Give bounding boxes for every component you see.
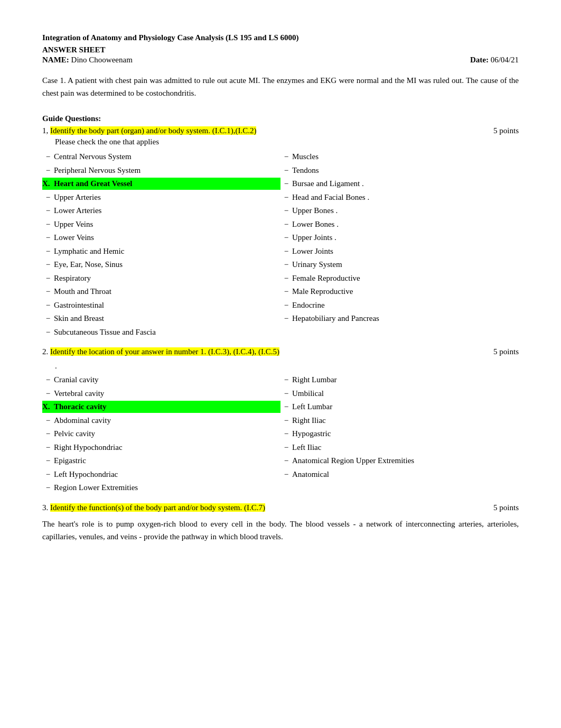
list-text: Hypogastric bbox=[292, 428, 331, 440]
list-marker: − bbox=[42, 285, 54, 298]
list-item: −Bursae and Ligament . bbox=[280, 178, 519, 190]
list-item: X.Thoracic cavity bbox=[42, 401, 280, 413]
q2-points: 5 points bbox=[493, 347, 519, 356]
list-marker: − bbox=[280, 191, 292, 204]
list-text: Lymphatic and Hemic bbox=[54, 245, 124, 257]
list-text: Pelvic cavity bbox=[54, 428, 95, 440]
q1-text: 1, Identify the body part (organ) and/or… bbox=[42, 126, 488, 135]
list-text: Eye, Ear, Nose, Sinus bbox=[54, 259, 123, 271]
list-text: Thoracic cavity bbox=[54, 401, 107, 413]
list-text: Subcutaneous Tissue and Fascia bbox=[54, 326, 156, 338]
q3-text: 3. Identify the function(s) of the body … bbox=[42, 503, 488, 512]
list-item: −Subcutaneous Tissue and Fascia bbox=[42, 326, 280, 338]
list-marker: − bbox=[280, 299, 292, 311]
list-text: Lower Bones . bbox=[292, 218, 339, 231]
list-text: Upper Arteries bbox=[54, 191, 101, 204]
list-item: −Muscles bbox=[280, 151, 519, 163]
list-item: −Lower Bones . bbox=[280, 218, 519, 231]
list-marker: − bbox=[42, 441, 54, 454]
list-item: −Epigastric bbox=[42, 455, 280, 467]
list-marker: − bbox=[42, 388, 54, 400]
list-text: Abdominal cavity bbox=[54, 414, 111, 427]
list-item: −Upper Bones . bbox=[280, 205, 519, 217]
answer-text: The heart's role is to pump oxygen-rich … bbox=[42, 518, 519, 544]
list-marker: − bbox=[42, 151, 54, 163]
list-marker: − bbox=[280, 312, 292, 325]
list-marker: − bbox=[280, 285, 292, 298]
list-text: Urinary System bbox=[292, 259, 342, 271]
list-item: −Upper Veins bbox=[42, 218, 280, 231]
list-text: Endocrine bbox=[292, 299, 325, 311]
header-title: Integration of Anatomy and Physiology Ca… bbox=[42, 32, 519, 56]
list-marker: − bbox=[280, 414, 292, 427]
list-item: −Lower Veins bbox=[42, 232, 280, 244]
guide-questions-title: Guide Questions: bbox=[42, 114, 519, 123]
list-marker: − bbox=[280, 259, 292, 271]
q1-points: 5 points bbox=[493, 126, 519, 135]
header-section: Integration of Anatomy and Physiology Ca… bbox=[42, 32, 519, 64]
name-date-row: NAME: Dino Chooweenam Date: 06/04/21 bbox=[42, 56, 519, 64]
list-text: Upper Veins bbox=[54, 218, 93, 231]
q1-left-col: −Central Nervous System−Peripheral Nervo… bbox=[42, 151, 280, 338]
list-text: Vertebral cavity bbox=[54, 388, 104, 400]
list-text: Anatomical Region Upper Extremities bbox=[292, 455, 414, 467]
list-text: Left Iliac bbox=[292, 441, 321, 454]
list-item: −Urinary System bbox=[280, 259, 519, 271]
list-item: −Cranial cavity bbox=[42, 374, 280, 386]
list-item: −Abdominal cavity bbox=[42, 414, 280, 427]
list-marker: − bbox=[42, 482, 54, 494]
list-marker: − bbox=[280, 245, 292, 257]
name-value: Dino Chooweenam bbox=[69, 56, 133, 64]
list-item: −Hypogastric bbox=[280, 428, 519, 440]
question1: 1, Identify the body part (organ) and/or… bbox=[42, 126, 519, 338]
q2-left-col: −Cranial cavity−Vertebral cavityX.Thorac… bbox=[42, 374, 280, 494]
q2-highlighted: Identify the location of your answer in … bbox=[50, 347, 279, 356]
q3-row: 3. Identify the function(s) of the body … bbox=[42, 503, 519, 512]
list-item: −Left Hypochondriac bbox=[42, 468, 280, 481]
q2-row: 2. Identify the location of your answer … bbox=[42, 347, 519, 356]
list-text: Head and Facial Bones . bbox=[292, 191, 369, 204]
list-item: −Umbilical bbox=[280, 388, 519, 400]
list-item: −Central Nervous System bbox=[42, 151, 280, 163]
list-item: −Head and Facial Bones . bbox=[280, 191, 519, 204]
list-text: Left Lumbar bbox=[292, 401, 332, 413]
list-text: Respiratory bbox=[54, 272, 91, 284]
list-item: −Endocrine bbox=[280, 299, 519, 311]
list-marker: − bbox=[42, 374, 54, 386]
list-marker: − bbox=[280, 178, 292, 190]
list-marker: − bbox=[42, 326, 54, 338]
q1-right-col: −Muscles−Tendons−Bursae and Ligament .−H… bbox=[280, 151, 519, 338]
list-marker: − bbox=[42, 218, 54, 231]
list-text: Tendons bbox=[292, 164, 319, 177]
name-label: NAME: bbox=[42, 56, 69, 64]
list-marker: − bbox=[42, 468, 54, 481]
list-marker: − bbox=[42, 232, 54, 244]
list-text: Hepatobiliary and Pancreas bbox=[292, 312, 379, 325]
header-line1: Integration of Anatomy and Physiology Ca… bbox=[42, 32, 519, 44]
q2-number: 2. bbox=[42, 347, 50, 356]
list-marker: − bbox=[280, 455, 292, 467]
list-item: −Hepatobiliary and Pancreas bbox=[280, 312, 519, 325]
case-text: Case 1. A patient with chest pain was ad… bbox=[42, 74, 519, 99]
list-text: Male Reproductive bbox=[292, 285, 353, 298]
list-marker: − bbox=[42, 245, 54, 257]
list-marker: − bbox=[280, 441, 292, 454]
list-item: −Left Iliac bbox=[280, 441, 519, 454]
date-label: Date: bbox=[470, 56, 489, 64]
list-marker: X. bbox=[42, 178, 54, 190]
list-marker: − bbox=[42, 205, 54, 217]
list-marker: − bbox=[280, 468, 292, 481]
date-value: 06/04/21 bbox=[491, 56, 519, 64]
list-item: X.Heart and Great Vessel bbox=[42, 178, 280, 190]
list-text: Lower Joints bbox=[292, 245, 333, 257]
list-marker: − bbox=[280, 151, 292, 163]
q2-list: −Cranial cavity−Vertebral cavityX.Thorac… bbox=[42, 374, 519, 494]
list-marker: − bbox=[280, 218, 292, 231]
list-item: −Anatomical bbox=[280, 468, 519, 481]
list-item: −Right Lumbar bbox=[280, 374, 519, 386]
list-item: −Left Lumbar bbox=[280, 401, 519, 413]
please-check: Please check the one that applies bbox=[55, 137, 519, 146]
q1-number: 1, bbox=[42, 126, 50, 135]
question3: 3. Identify the function(s) of the body … bbox=[42, 503, 519, 512]
list-item: −Lymphatic and Hemic bbox=[42, 245, 280, 257]
